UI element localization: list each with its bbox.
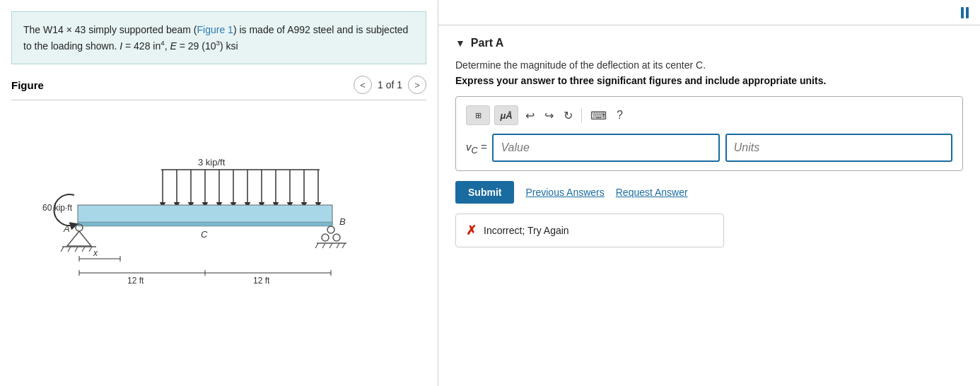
problem-statement: The W14 × 43 simply supported beam (Figu… <box>11 11 426 64</box>
svg-text:A: A <box>63 223 70 234</box>
beam-svg: 3 kip/ft <box>35 154 403 338</box>
part-collapse-arrow[interactable]: ▼ <box>455 37 465 49</box>
svg-text:60 kip·ft: 60 kip·ft <box>42 203 73 213</box>
undo-button[interactable]: ↩ <box>523 107 537 124</box>
top-bar <box>438 0 980 25</box>
mu-button[interactable]: μÅ <box>494 105 518 125</box>
part-title: Part A <box>471 37 504 49</box>
svg-line-22 <box>75 247 78 252</box>
part-bold-instruction: Express your answer to three significant… <box>455 75 963 86</box>
previous-answers-button[interactable]: Previous Answers <box>525 187 604 198</box>
svg-line-23 <box>82 247 85 252</box>
svg-text:12 ft: 12 ft <box>127 276 144 286</box>
svg-point-26 <box>322 234 329 241</box>
figure-next-button[interactable]: > <box>408 76 426 94</box>
svg-line-20 <box>61 247 64 252</box>
figure-counter: 1 of 1 <box>378 79 402 90</box>
svg-marker-18 <box>67 231 91 246</box>
figure-section: Figure < 1 of 1 > 3 kip/ft <box>0 76 438 386</box>
keyboard-button[interactable]: ⌨ <box>588 107 609 124</box>
svg-line-31 <box>329 243 332 248</box>
figure-header: Figure < 1 of 1 > <box>11 76 426 100</box>
svg-line-33 <box>342 243 345 248</box>
input-row: vC = <box>466 134 952 162</box>
svg-rect-15 <box>78 222 332 226</box>
beam-diagram: 3 kip/ft <box>11 106 426 386</box>
vc-label: vC = <box>466 141 486 156</box>
incorrect-icon: ✗ <box>466 223 477 238</box>
toolbar-separator <box>581 108 582 122</box>
submit-button[interactable]: Submit <box>455 181 514 204</box>
pause-bar-2 <box>966 7 969 18</box>
units-input[interactable] <box>725 134 952 162</box>
action-row: Submit Previous Answers Request Answer <box>455 181 963 204</box>
svg-text:12 ft: 12 ft <box>253 276 270 286</box>
right-panel: ▼ Part A Determine the magnitude of the … <box>438 0 980 386</box>
answer-box: ⊞ μÅ ↩ ↪ ↻ ⌨ ? vC = <box>455 96 963 171</box>
part-section: ▼ Part A Determine the magnitude of the … <box>438 25 980 259</box>
request-answer-button[interactable]: Request Answer <box>616 187 688 198</box>
svg-text:3 kip/ft: 3 kip/ft <box>198 157 226 168</box>
figure-nav: < 1 of 1 > <box>354 76 426 94</box>
svg-point-25 <box>327 226 334 233</box>
help-button[interactable]: ? <box>614 107 626 123</box>
svg-text:x: x <box>93 248 98 258</box>
part-header: ▼ Part A <box>455 37 963 49</box>
svg-text:C: C <box>201 229 208 240</box>
feedback-text: Incorrect; Try Again <box>484 225 569 236</box>
figure-link[interactable]: Figure 1 <box>197 24 233 35</box>
part-instruction: Determine the magnitude of the deflectio… <box>455 59 963 71</box>
pause-bar-1 <box>961 7 964 18</box>
svg-line-21 <box>68 247 71 252</box>
svg-line-29 <box>315 243 318 248</box>
value-input[interactable] <box>492 134 719 162</box>
pause-icon[interactable] <box>961 7 969 18</box>
svg-line-24 <box>89 247 92 252</box>
svg-point-27 <box>333 234 340 241</box>
redo-button[interactable]: ↪ <box>542 107 556 124</box>
figure-prev-button[interactable]: < <box>354 76 372 94</box>
svg-line-30 <box>322 243 325 248</box>
svg-line-32 <box>337 243 339 248</box>
figure-title: Figure <box>11 79 44 91</box>
left-panel: The W14 × 43 simply supported beam (Figu… <box>0 0 438 386</box>
svg-text:B: B <box>339 216 346 227</box>
feedback-box: ✗ Incorrect; Try Again <box>455 214 724 247</box>
refresh-button[interactable]: ↻ <box>561 107 576 124</box>
toolbar: ⊞ μÅ ↩ ↪ ↻ ⌨ ? <box>466 105 952 125</box>
grid-icon-button[interactable]: ⊞ <box>466 105 490 125</box>
